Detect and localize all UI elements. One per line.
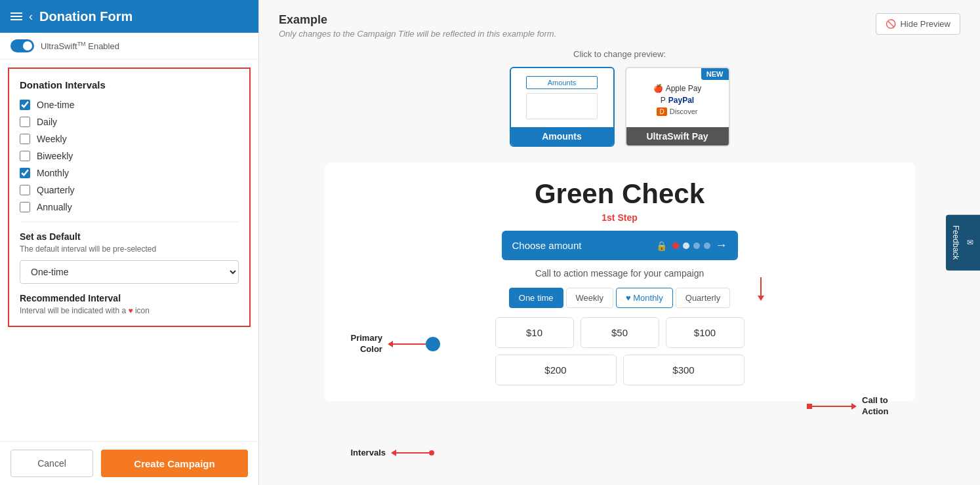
intervals-arrow — [391, 450, 434, 456]
feedback-icon: ✉ — [966, 238, 975, 247]
checkbox-one-time[interactable]: One-time — [20, 100, 239, 110]
heart-icon: ♥ — [128, 306, 133, 315]
feedback-label: Feedback — [951, 225, 960, 260]
checkbox-monthly-label: Monthly — [37, 168, 69, 178]
bar-right: 🔒 → — [656, 239, 727, 252]
paypal-label: PayPal — [668, 96, 694, 105]
checkbox-annually-input[interactable] — [20, 202, 30, 212]
amounts-preview-card[interactable]: Amounts Amounts — [510, 67, 615, 147]
dot-active — [672, 242, 679, 249]
amounts-card-box — [526, 93, 598, 119]
discover-label: Discover — [670, 107, 698, 115]
checkbox-weekly-input[interactable] — [20, 134, 30, 144]
interval-weekly-btn[interactable]: Weekly — [566, 288, 613, 308]
dot-1 — [683, 242, 689, 249]
primary-color-label: Primary Color — [351, 333, 382, 355]
checkbox-daily-input[interactable] — [20, 117, 30, 127]
left-footer: Cancel Create Campaign — [0, 441, 258, 485]
checkbox-annually[interactable]: Annually — [20, 202, 239, 212]
amounts-mini-label: Amounts — [526, 76, 598, 89]
amount-50-btn[interactable]: $50 — [581, 317, 659, 348]
checkbox-daily[interactable]: Daily — [20, 117, 239, 127]
hamburger-icon[interactable] — [10, 12, 22, 20]
lock-icon: 🔒 — [656, 241, 667, 251]
choose-amount-text: Choose amount — [512, 240, 582, 251]
feedback-tab[interactable]: ✉ Feedback — [946, 215, 980, 271]
intervals-row: One time Weekly ♥ Monthly Quarterly — [340, 288, 899, 308]
hide-preview-label: Hide Preview — [900, 19, 950, 29]
ultraswift-preview-card[interactable]: NEW 🍎 Apple Pay P PayPal D Discover Ultr… — [625, 67, 730, 147]
left-content: Donation Intervals One-time Daily Weekly… — [0, 60, 258, 441]
recommended-interval-sub: Interval will be indicated with a ♥ icon — [20, 306, 239, 315]
amounts-card-label: Amounts — [511, 127, 613, 146]
left-panel: ‹ Donation Form UltraSwiftTM Enabled Don… — [0, 0, 259, 485]
cta-label: Call to Action — [862, 395, 888, 417]
page-title: Donation Form — [39, 9, 133, 24]
checkbox-monthly[interactable]: Monthly — [20, 168, 239, 178]
first-step-annotation — [758, 277, 764, 301]
primary-color-annotation: Primary Color — [351, 333, 440, 355]
intervals-label: Intervals — [351, 448, 386, 457]
checkbox-biweekly-input[interactable] — [20, 151, 30, 161]
step-arrow-head — [758, 296, 764, 301]
ultraswift-bar: UltraSwiftTM Enabled — [0, 33, 258, 60]
right-header: Example Only changes to the Campaign Tit… — [279, 13, 960, 39]
call-to-action-text: Call to action message for your campaign — [502, 268, 738, 279]
dot-3 — [704, 242, 710, 249]
hide-preview-button[interactable]: 🚫 Hide Preview — [876, 13, 960, 35]
intervals-annotation: Intervals — [351, 448, 434, 457]
discover-icon: D — [657, 107, 666, 116]
donation-intervals-section: Donation Intervals One-time Daily Weekly… — [8, 68, 251, 327]
example-info: Example Only changes to the Campaign Tit… — [279, 13, 556, 39]
dot-2 — [693, 242, 700, 249]
cta-arrow — [807, 403, 857, 410]
primary-color-dot — [426, 337, 440, 351]
amount-100-btn[interactable]: $100 — [666, 317, 745, 348]
default-interval-dropdown[interactable]: One-time Daily Weekly Biweekly Monthly Q… — [20, 260, 239, 284]
amounts-card-inner: Amounts — [511, 68, 613, 127]
paypal-icon: P — [661, 96, 666, 105]
amount-300-btn[interactable]: $300 — [623, 355, 745, 385]
set-default-sub: The default interval will be pre-selecte… — [20, 244, 239, 254]
choose-amount-bar[interactable]: Choose amount 🔒 → — [502, 231, 738, 260]
amount-200-btn[interactable]: $200 — [495, 355, 617, 385]
eye-slash-icon: 🚫 — [886, 19, 896, 29]
checkbox-quarterly-input[interactable] — [20, 185, 30, 195]
amount-10-btn[interactable]: $10 — [495, 317, 574, 348]
checkbox-daily-label: Daily — [37, 117, 57, 127]
section-title: Donation Intervals — [20, 79, 239, 90]
checkbox-one-time-label: One-time — [37, 100, 75, 110]
checkbox-monthly-input[interactable] — [20, 168, 30, 178]
checkbox-quarterly[interactable]: Quarterly — [20, 185, 239, 195]
primary-color-arrow — [388, 337, 440, 351]
preview-cards: Amounts Amounts NEW 🍎 Apple Pay P PayPal… — [279, 67, 960, 147]
step-arrow-line — [760, 277, 762, 296]
new-badge: NEW — [701, 68, 729, 80]
back-icon[interactable]: ‹ — [29, 10, 33, 24]
cancel-button[interactable]: Cancel — [10, 450, 93, 477]
set-default-title: Set as Default — [20, 231, 239, 242]
left-header: ‹ Donation Form — [0, 0, 258, 33]
cta-arrow-head — [851, 403, 857, 410]
interval-monthly-btn[interactable]: ♥ Monthly — [616, 288, 673, 308]
applepay-row: 🍎 Apple Pay — [653, 84, 702, 93]
paypal-row: P PayPal — [661, 96, 694, 105]
create-campaign-button[interactable]: Create Campaign — [101, 450, 248, 477]
arrow-head-left — [388, 341, 393, 347]
arrow-line — [393, 343, 426, 345]
applepay-label: Apple Pay — [666, 84, 702, 93]
cta-line — [812, 406, 851, 407]
arrow-right-icon: → — [716, 239, 727, 252]
checkbox-annually-label: Annually — [37, 202, 72, 212]
checkbox-one-time-input[interactable] — [20, 100, 30, 110]
intervals-arrow-head — [391, 450, 396, 456]
interval-one-time-btn[interactable]: One time — [509, 288, 563, 308]
example-title: Example — [279, 13, 556, 27]
interval-quarterly-btn[interactable]: Quarterly — [676, 288, 730, 308]
right-panel: Example Only changes to the Campaign Tit… — [259, 0, 980, 485]
checkbox-weekly-label: Weekly — [37, 134, 67, 144]
checkbox-biweekly[interactable]: Biweekly — [20, 151, 239, 161]
checkbox-weekly[interactable]: Weekly — [20, 134, 239, 144]
intervals-line — [396, 452, 429, 454]
ultraswift-toggle[interactable] — [10, 39, 34, 52]
